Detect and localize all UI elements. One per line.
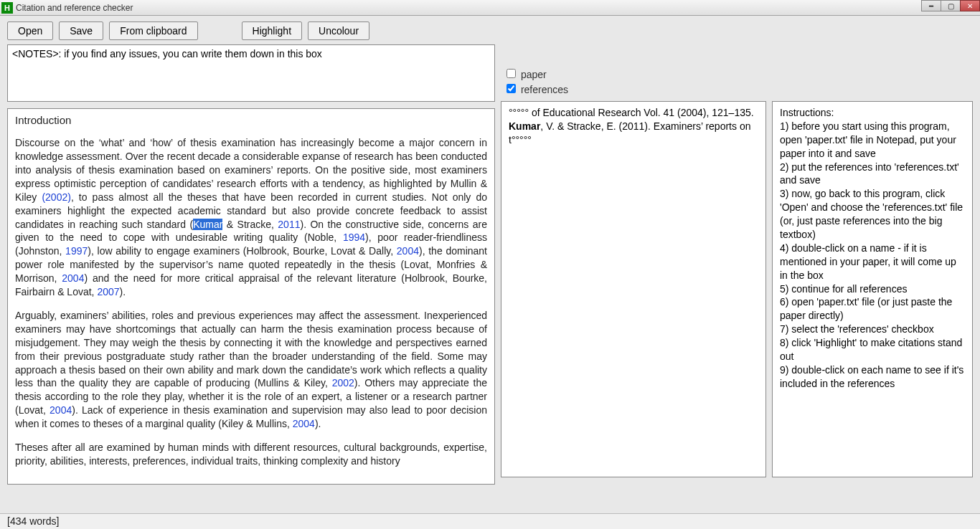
reference-line: Kumar, V. & Stracke, E. (2011). Examiner… [509,120,758,147]
checkbox-text: paper [521,69,547,80]
paper-text: ). Lack of experience in thesis examinat… [15,404,487,429]
reference-author-bold: Kumar [509,120,540,132]
reference-line: °°°°° of Educational Research Vol. 41 (2… [509,106,758,120]
citation-year: 1997 [65,245,88,257]
paper-checkbox[interactable] [507,69,516,78]
paper-paragraph-3: Theses after all are examined by human m… [15,441,487,468]
main-columns: Introduction Discourse on the ‘what’ and… [0,108,980,485]
paper-paragraph-1: Discourse on the ‘what’ and ‘how’ of the… [15,136,487,299]
instruction-step: 3) now, go back to this program, click '… [780,187,965,242]
checkbox-group: paper references [501,65,973,97]
window-title: Citation and reference checker [16,3,133,13]
instruction-step: 1) before you start using this program, … [780,120,965,161]
notes-textarea[interactable] [7,44,495,102]
close-button[interactable]: ✕ [960,0,980,11]
instruction-step: 9) double-click on each name to see if i… [780,363,965,391]
maximize-button[interactable]: ▢ [941,0,961,11]
minimize-button[interactable]: ━ [921,0,941,11]
save-button[interactable]: Save [59,22,103,40]
highlight-button[interactable]: Highlight [242,22,302,40]
citation-year: 2004 [50,404,72,416]
references-checkbox-label[interactable]: references [504,82,973,95]
citation-year: 2011 [278,219,300,230]
citation-year: 1994 [343,232,365,243]
citation-year: 2002 [332,377,354,389]
instructions-panel[interactable]: Instructions: 1) before you start using … [772,101,973,477]
titlebar: H Citation and reference checker ━ ▢ ✕ [0,0,980,16]
references-checkbox[interactable] [507,84,516,93]
citation-year: 2004 [62,272,84,284]
paper-text: ). [120,286,126,297]
paper-text: ). [315,418,321,429]
toolbar: Open Save From clipboard Highlight Uncol… [0,16,980,44]
paper-text: ) and the need for more critical apprais… [15,272,487,297]
instruction-step: 4) double-click on a name - if it is men… [780,242,965,282]
paper-panel[interactable]: Introduction Discourse on the ‘what’ and… [7,108,495,485]
paper-checkbox-label[interactable]: paper [504,67,973,80]
citation-author-highlighted: Kumar [193,219,222,230]
instruction-step: 8) click 'Highlight' to make citations s… [780,336,965,363]
app-icon: H [1,2,13,14]
instructions-title: Instructions: [780,106,965,120]
instruction-step: 5) continue for all references [780,282,965,296]
right-column: paper references °°°°° of Educational Re… [501,108,973,485]
citation-year: 2004 [293,418,315,429]
citation-year: 2004 [397,245,419,257]
right-panels-row: °°°°° of Educational Research Vol. 41 (2… [501,101,973,477]
citation-year: (2002) [42,191,70,203]
instruction-step: 6) open 'paper.txt' file (or just paste … [780,295,965,323]
paper-paragraph-2: Arguably, examiners’ abilities, roles an… [15,309,487,431]
reference-text: , V. & Stracke, E. (2011). Examiners’ re… [509,120,750,146]
from-clipboard-button[interactable]: From clipboard [109,22,197,40]
paper-text: ), low ability to engage examiners (Holb… [88,245,397,257]
notes-container [7,44,495,104]
uncolour-button[interactable]: Uncolour [308,22,369,40]
checkbox-text: references [521,84,568,95]
window-controls: ━ ▢ ✕ [922,0,980,11]
paper-text: & Stracke, [222,219,278,230]
references-panel[interactable]: °°°°° of Educational Research Vol. 41 (2… [501,101,766,477]
instruction-step: 2) put the references into 'references.t… [780,161,965,188]
paper-heading: Introduction [15,113,487,128]
toolbar-spacer [204,22,236,40]
open-button[interactable]: Open [7,22,53,40]
instruction-step: 7) select the 'references' checkbox [780,323,965,336]
citation-year: 2007 [97,286,119,297]
